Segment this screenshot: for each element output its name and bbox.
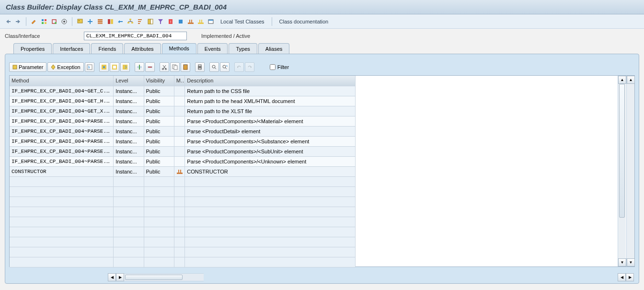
insert-row-button[interactable]: [135, 62, 144, 72]
forward-icon[interactable]: [14, 17, 23, 26]
table-row[interactable]: IF_EHPRC_EX_CP_BADI_004~PARSE...Instanc.…: [10, 136, 356, 146]
insert-button[interactable]: [110, 62, 119, 72]
cell-description[interactable]: Return path to the head XML/HTML documen…: [185, 96, 356, 106]
cell-level[interactable]: Instanc...: [114, 126, 144, 136]
cell-description[interactable]: CONSTRUCTOR: [185, 166, 356, 176]
class-name-input[interactable]: [84, 32, 187, 40]
col-m-header[interactable]: M...: [174, 76, 184, 86]
cell-description[interactable]: Parse <ProductComponents>/<SubUnit> elem…: [185, 146, 356, 156]
scroll-down-inner-icon[interactable]: ▼: [618, 258, 626, 267]
col-level-header[interactable]: Level: [114, 76, 144, 86]
tab-events[interactable]: Events: [197, 43, 228, 54]
table-row-empty[interactable]: [10, 237, 356, 247]
book-icon[interactable]: [146, 17, 155, 26]
table-row[interactable]: IF_EHPRC_EX_CP_BADI_004~GET_X...Instanc.…: [10, 106, 356, 116]
cell-method[interactable]: CONSTRUCTOR: [10, 166, 114, 176]
find-button[interactable]: [209, 62, 219, 72]
cell-description[interactable]: Return path to the XLST file: [185, 106, 356, 116]
alert-icon[interactable]: !: [166, 17, 175, 26]
scroll-up-icon[interactable]: ▲: [627, 76, 635, 84]
cell-level[interactable]: Instanc...: [114, 156, 144, 166]
cell-visibility[interactable]: Public: [144, 156, 174, 166]
cell-visibility[interactable]: Public: [144, 96, 174, 106]
cell-method[interactable]: IF_EHPRC_EX_CP_BADI_004~PARSE...: [10, 156, 114, 166]
print-button[interactable]: [195, 62, 205, 72]
paste-button[interactable]: [181, 62, 190, 72]
constructor2-icon[interactable]: [196, 17, 205, 26]
cell-method[interactable]: IF_EHPRC_EX_CP_BADI_004~GET_C...: [10, 86, 114, 96]
col-description-header[interactable]: Description: [185, 76, 356, 86]
table-row-empty[interactable]: [10, 217, 356, 227]
cell-description[interactable]: Return path to the CSS file: [185, 86, 356, 96]
table-row[interactable]: IF_EHPRC_EX_CP_BADI_004~PARSE...Instanc.…: [10, 116, 356, 126]
object-list-icon[interactable]: [96, 17, 104, 26]
table-row-empty[interactable]: [10, 197, 356, 207]
parameter-button[interactable]: Parameter: [9, 62, 46, 72]
cell-visibility[interactable]: Public: [144, 166, 174, 176]
cell-m[interactable]: [174, 136, 184, 146]
vscroll-thumb[interactable]: [619, 84, 625, 218]
hscroll-track[interactable]: [124, 273, 204, 281]
outer-vscrollbar[interactable]: ▲ ▼: [626, 76, 634, 267]
cell-level[interactable]: Instanc...: [114, 136, 144, 146]
constructor-icon[interactable]: [186, 17, 195, 26]
col-visibility-header[interactable]: Visibility: [144, 76, 174, 86]
nav-stack-icon[interactable]: [106, 17, 115, 26]
cell-visibility[interactable]: Public: [144, 146, 174, 156]
col-method-header[interactable]: Method: [10, 76, 114, 86]
cell-method[interactable]: IF_EHPRC_EX_CP_BADI_004~PARSE...: [10, 146, 114, 156]
panel-hscroll-right[interactable]: ◀ ▶: [618, 273, 634, 281]
check-icon[interactable]: [50, 17, 58, 26]
cell-level[interactable]: Instanc...: [114, 116, 144, 126]
redo-button[interactable]: [245, 62, 254, 72]
table-row[interactable]: IF_EHPRC_EX_CP_BADI_004~PARSE...Instanc.…: [10, 126, 356, 136]
cell-method[interactable]: IF_EHPRC_EX_CP_BADI_004~GET_H...: [10, 96, 114, 106]
cell-level[interactable]: Instanc...: [114, 166, 144, 176]
cell-m[interactable]: [174, 146, 184, 156]
cut-button[interactable]: [160, 62, 169, 72]
table-row-empty[interactable]: [10, 227, 356, 237]
table-row-empty[interactable]: [10, 186, 356, 197]
activate-icon[interactable]: [60, 17, 69, 26]
local-test-classes-button[interactable]: Local Test Classes: [217, 18, 268, 25]
table-row-empty[interactable]: [10, 207, 356, 217]
sort-icon[interactable]: [136, 17, 145, 26]
cell-visibility[interactable]: Public: [144, 136, 174, 146]
grid-hscrollbar[interactable]: ◀ ▶: [108, 273, 204, 281]
cell-level[interactable]: Instanc...: [114, 86, 144, 96]
cell-level[interactable]: Instanc...: [114, 146, 144, 156]
other-object-icon[interactable]: [40, 17, 48, 26]
where-used-icon[interactable]: [76, 17, 84, 26]
hscroll-right-icon[interactable]: ▶: [116, 273, 124, 281]
inner-vscrollbar[interactable]: ▲ ▼: [618, 76, 626, 267]
scroll-down-icon[interactable]: ▼: [627, 258, 635, 267]
table-row-empty[interactable]: [10, 247, 356, 257]
cell-m[interactable]: [174, 156, 184, 166]
undo-button[interactable]: [234, 62, 244, 72]
cell-visibility[interactable]: Public: [144, 126, 174, 136]
cell-m[interactable]: [174, 116, 184, 126]
tab-friends[interactable]: Friends: [91, 43, 123, 54]
table-row[interactable]: IF_EHPRC_EX_CP_BADI_004~PARSE...Instanc.…: [10, 156, 356, 166]
cell-level[interactable]: Instanc...: [114, 96, 144, 106]
redefine-button[interactable]: [120, 62, 130, 72]
filter-icon[interactable]: [156, 17, 165, 26]
tab-properties[interactable]: Properties: [13, 43, 52, 54]
breakpoint-icon[interactable]: [176, 17, 185, 26]
cell-m[interactable]: [174, 86, 184, 96]
cell-visibility[interactable]: Public: [144, 106, 174, 116]
cell-method[interactable]: IF_EHPRC_EX_CP_BADI_004~PARSE...: [10, 116, 114, 126]
cell-method[interactable]: IF_EHPRC_EX_CP_BADI_004~GET_X...: [10, 106, 114, 116]
cell-description[interactable]: Parse <ProductComponents>/<Unknown> elem…: [185, 156, 356, 166]
table-row-empty[interactable]: [10, 257, 356, 267]
display-change-icon[interactable]: [30, 17, 38, 26]
hierarchy-icon[interactable]: [126, 17, 135, 26]
tab-aliases[interactable]: Aliases: [258, 43, 289, 54]
cell-m[interactable]: [174, 96, 184, 106]
cell-method[interactable]: IF_EHPRC_EX_CP_BADI_004~PARSE...: [10, 126, 114, 136]
table-row[interactable]: CONSTRUCTORInstanc...PublicCONSTRUCTOR: [10, 166, 356, 176]
filter-checkbox-container[interactable]: Filter: [270, 64, 289, 70]
copy-button[interactable]: [170, 62, 180, 72]
back-icon[interactable]: [4, 17, 12, 26]
tab-types[interactable]: Types: [229, 43, 257, 54]
